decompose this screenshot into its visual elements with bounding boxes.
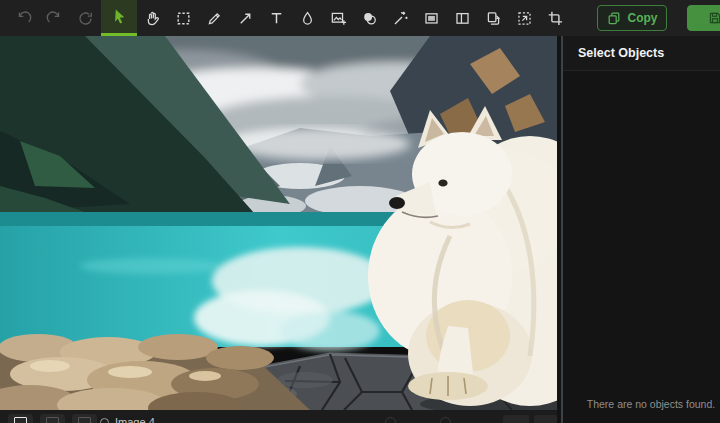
droplet-icon bbox=[299, 10, 316, 27]
select-tool-button[interactable] bbox=[101, 0, 137, 36]
copy-icon bbox=[607, 11, 621, 25]
frame-icon bbox=[423, 10, 440, 27]
bottom-bar: Image 4 bbox=[0, 410, 557, 423]
page-icon bbox=[14, 417, 27, 423]
split-panel-icon bbox=[454, 10, 471, 27]
image-dot-icon bbox=[100, 418, 109, 423]
bottom-bar-control-2[interactable] bbox=[534, 415, 557, 423]
save-button[interactable]: Save bbox=[687, 5, 720, 31]
text-icon bbox=[268, 10, 285, 27]
bottom-bar-button-2[interactable] bbox=[40, 414, 65, 423]
marquee-icon bbox=[175, 10, 192, 27]
photo-dog-lake bbox=[0, 36, 557, 410]
select-objects-panel: Select Objects There are no objects foun… bbox=[561, 36, 720, 423]
copy-button[interactable]: Copy bbox=[597, 5, 667, 31]
add-page-button[interactable] bbox=[8, 414, 33, 423]
redo-button[interactable] bbox=[39, 0, 70, 36]
resize-canvas-button[interactable] bbox=[509, 0, 540, 36]
save-icon bbox=[708, 11, 720, 25]
duplicate-page-icon bbox=[485, 10, 502, 27]
page-icon bbox=[46, 417, 59, 423]
image-tab-label: Image 4 bbox=[115, 416, 155, 423]
page-icon bbox=[78, 417, 91, 423]
editor-canvas[interactable] bbox=[0, 36, 557, 410]
blur-tool-button[interactable] bbox=[292, 0, 323, 36]
cursor-icon bbox=[111, 8, 128, 25]
reset-button[interactable] bbox=[70, 0, 101, 36]
arrow-icon bbox=[237, 10, 254, 27]
panel-title: Select Objects bbox=[563, 36, 720, 71]
color-effects-button[interactable] bbox=[354, 0, 385, 36]
reset-icon bbox=[77, 10, 94, 27]
zoom-out-icon[interactable] bbox=[385, 417, 396, 423]
crop-icon bbox=[547, 10, 564, 27]
arrow-tool-button[interactable] bbox=[230, 0, 261, 36]
text-tool-button[interactable] bbox=[261, 0, 292, 36]
resize-icon bbox=[516, 10, 533, 27]
zoom-in-icon[interactable] bbox=[440, 417, 451, 423]
magic-wand-button[interactable] bbox=[385, 0, 416, 36]
split-layout-button[interactable] bbox=[447, 0, 478, 36]
marquee-select-button[interactable] bbox=[168, 0, 199, 36]
redo-icon bbox=[46, 10, 63, 27]
panel-empty-message: There are no objects found. bbox=[581, 398, 720, 410]
image-tab[interactable]: Image 4 bbox=[100, 416, 155, 423]
frame-tool-button[interactable] bbox=[416, 0, 447, 36]
add-image-button[interactable] bbox=[323, 0, 354, 36]
overlapping-circles-icon bbox=[361, 10, 378, 27]
crop-tool-button[interactable] bbox=[540, 0, 571, 36]
pencil-icon bbox=[206, 10, 223, 27]
hand-icon bbox=[144, 10, 161, 27]
magic-wand-icon bbox=[392, 10, 409, 27]
duplicate-button[interactable] bbox=[478, 0, 509, 36]
copy-button-label: Copy bbox=[628, 11, 658, 25]
toolbar: Copy Save bbox=[0, 0, 720, 36]
undo-button[interactable] bbox=[8, 0, 39, 36]
pencil-tool-button[interactable] bbox=[199, 0, 230, 36]
hand-tool-button[interactable] bbox=[137, 0, 168, 36]
bottom-bar-button-3[interactable] bbox=[72, 414, 97, 423]
undo-icon bbox=[15, 10, 32, 27]
bottom-bar-control-1[interactable] bbox=[503, 415, 529, 423]
add-image-icon bbox=[330, 10, 347, 27]
